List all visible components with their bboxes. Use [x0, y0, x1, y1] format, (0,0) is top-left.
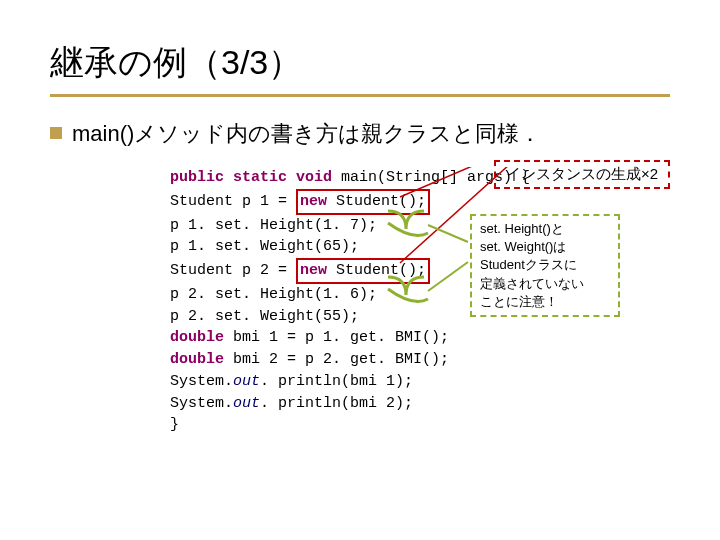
code-kw: double [170, 351, 224, 368]
callout-line: 定義されていない [480, 275, 610, 293]
code-text: } [170, 414, 670, 436]
code-text: System. [170, 373, 233, 390]
code-obj: out [233, 395, 260, 412]
code-text: . println(bmi 2); [260, 395, 413, 412]
subtitle-text: main()メソッド内の書き方は親クラスと同様． [72, 119, 541, 149]
callout-line: set. Height()と [480, 220, 610, 238]
code-text: Student p 2 = [170, 262, 296, 279]
code-text: System. [170, 395, 233, 412]
code-text: . println(bmi 1); [260, 373, 413, 390]
callout-line: set. Weight()は [480, 238, 610, 256]
code-kw: public static void [170, 169, 332, 186]
callout-line: ことに注意！ [480, 293, 610, 311]
title-underline [50, 94, 670, 97]
code-text: bmi 1 = p 1. get. BMI(); [224, 329, 449, 346]
bullet-icon [50, 127, 62, 139]
bullet-row: main()メソッド内の書き方は親クラスと同様． [50, 119, 670, 149]
code-text: bmi 2 = p 2. get. BMI(); [224, 351, 449, 368]
slide-title: 継承の例（3/3） [50, 40, 670, 86]
code-block: public static void main(String[] args) {… [170, 167, 670, 436]
code-text: Student p 1 = [170, 193, 296, 210]
code-obj: out [233, 373, 260, 390]
code-kw: double [170, 329, 224, 346]
code-text: main(String[] args) { [332, 169, 530, 186]
callout-note: set. Height()と set. Weight()は Studentクラス… [470, 214, 620, 317]
callout-line: Studentクラスに [480, 256, 610, 274]
highlight-new2: new Student(); [296, 258, 430, 284]
highlight-new1: new Student(); [296, 189, 430, 215]
